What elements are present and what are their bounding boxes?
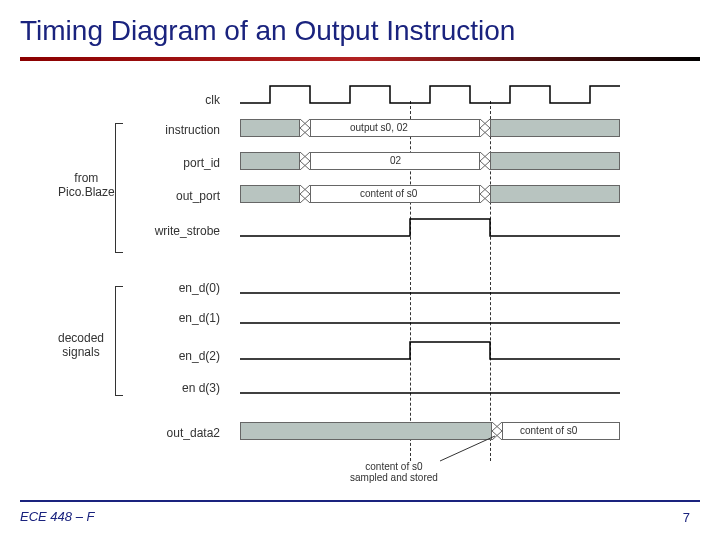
- label-end3: en d(3): [130, 381, 220, 395]
- label-end0: en_d(0): [130, 281, 220, 295]
- timing-diagram: from Pico.Blaze decoded signals clk inst…: [20, 71, 700, 491]
- annotation-connector: [380, 391, 510, 466]
- label-outport: out_port: [130, 189, 220, 203]
- outport-value: content of s0: [360, 188, 417, 199]
- label-outdata2: out_data2: [130, 426, 220, 440]
- page-title: Timing Diagram of an Output Instruction: [0, 0, 720, 57]
- instruction-bus-1: [240, 119, 300, 137]
- label-instruction: instruction: [130, 123, 220, 137]
- label-end2: en_d(2): [130, 349, 220, 363]
- portid-bus-3: [490, 152, 620, 170]
- bracket-decoded: [115, 286, 123, 396]
- footer-line: [20, 500, 700, 502]
- end2-waveform: [240, 339, 620, 364]
- end0-waveform: [240, 276, 620, 296]
- label-writestrobe: write_strobe: [130, 224, 220, 238]
- page-number: 7: [683, 510, 690, 525]
- group-label-picoblaze: from Pico.Blaze: [58, 171, 115, 199]
- end1-waveform: [240, 306, 620, 326]
- label-clk: clk: [130, 93, 220, 107]
- instruction-bus-3: [490, 119, 620, 137]
- outport-bus-3: [490, 185, 620, 203]
- writestrobe-waveform: [240, 216, 620, 241]
- outport-bus-1: [240, 185, 300, 203]
- label-end1: en_d(1): [130, 311, 220, 325]
- annotation-text: content of s0 sampled and stored: [350, 461, 438, 483]
- label-portid: port_id: [130, 156, 220, 170]
- footer: ECE 448 – F 7: [0, 500, 720, 530]
- group-label-decoded: decoded signals: [58, 331, 104, 359]
- waveform-area: output s0, 02 02 content of s0: [240, 71, 640, 471]
- portid-bus-1: [240, 152, 300, 170]
- bracket-picoblaze: [115, 123, 123, 253]
- title-underline: [20, 57, 700, 61]
- clk-waveform: [240, 83, 620, 108]
- footer-text: ECE 448 – F: [0, 509, 94, 524]
- outdata2-value: content of s0: [520, 425, 577, 436]
- portid-value: 02: [390, 155, 401, 166]
- instruction-value: output s0, 02: [350, 122, 408, 133]
